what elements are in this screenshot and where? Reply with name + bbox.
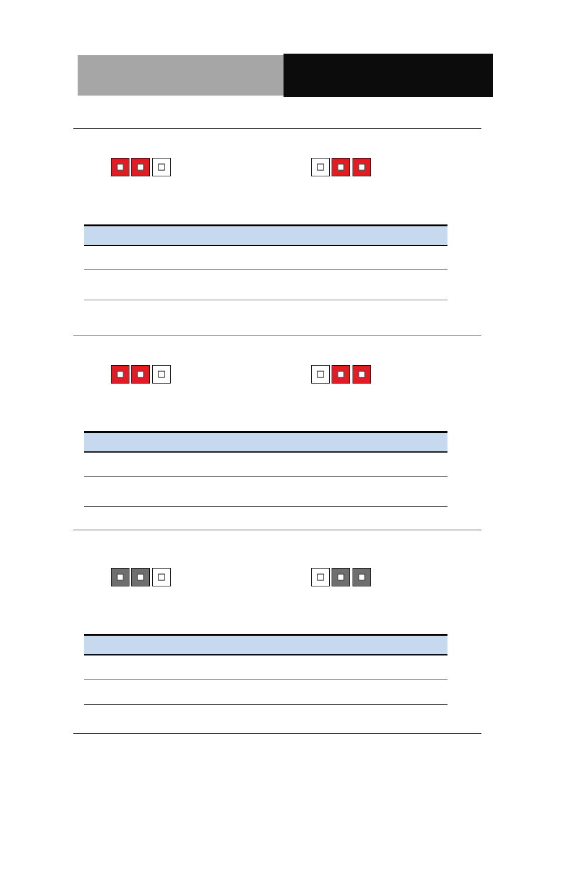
chip-cell xyxy=(111,158,129,176)
header-right xyxy=(284,54,493,97)
chip-group-right xyxy=(311,158,371,176)
table-row-rule xyxy=(84,476,447,477)
table-row-rule xyxy=(84,704,447,705)
chip-cell xyxy=(353,158,371,176)
divider xyxy=(73,335,481,335)
table-header-row xyxy=(84,226,447,246)
square-icon xyxy=(117,164,124,171)
chip-cell xyxy=(111,568,129,586)
table-row-rule xyxy=(84,269,447,270)
chip-cell xyxy=(131,158,150,176)
square-icon xyxy=(137,574,144,581)
square-icon xyxy=(158,371,165,378)
chip-cell xyxy=(353,568,371,586)
chip-cell xyxy=(332,365,350,384)
chip-group-left xyxy=(111,158,171,176)
divider xyxy=(73,733,481,734)
chip-cell xyxy=(311,158,330,176)
square-icon xyxy=(137,371,144,378)
square-icon xyxy=(117,574,124,581)
divider xyxy=(73,530,481,530)
chip-group-left xyxy=(111,568,171,586)
square-icon xyxy=(317,371,324,378)
table-row-rule xyxy=(84,300,447,300)
chip-cell xyxy=(332,158,350,176)
square-icon xyxy=(317,164,324,171)
square-icon xyxy=(137,164,144,171)
chip-cell xyxy=(311,568,330,586)
square-icon xyxy=(358,371,365,378)
square-icon xyxy=(317,574,324,581)
chip-cell xyxy=(152,158,171,176)
table-row-rule xyxy=(84,506,447,507)
table-block xyxy=(84,224,447,300)
square-icon xyxy=(338,574,345,581)
square-icon xyxy=(338,164,345,171)
chip-group-right xyxy=(311,568,371,586)
chip-cell xyxy=(311,365,330,384)
table-block xyxy=(84,634,447,705)
chip-cell xyxy=(152,568,171,586)
chip-cell xyxy=(131,365,150,384)
chip-group-right xyxy=(311,365,371,384)
header-left xyxy=(78,55,284,96)
chip-group-left xyxy=(111,365,171,384)
chip-cell xyxy=(353,365,371,384)
divider xyxy=(73,128,481,129)
square-icon xyxy=(338,371,345,378)
square-icon xyxy=(158,164,165,171)
square-icon xyxy=(358,574,365,581)
table-row-rule xyxy=(84,679,447,680)
table-block xyxy=(84,431,447,507)
chip-cell xyxy=(152,365,171,384)
chip-cell xyxy=(131,568,150,586)
chip-cell xyxy=(332,568,350,586)
square-icon xyxy=(117,371,124,378)
chip-cell xyxy=(111,365,129,384)
square-icon xyxy=(158,574,165,581)
table-header-row xyxy=(84,636,447,655)
square-icon xyxy=(358,164,365,171)
table-header-row xyxy=(84,433,447,453)
